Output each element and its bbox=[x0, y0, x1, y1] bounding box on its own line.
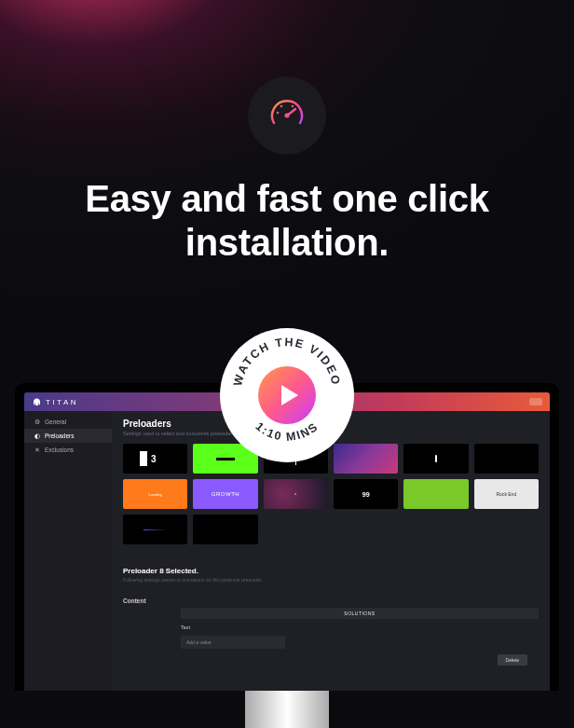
preloader-tile[interactable]: Rock End bbox=[474, 479, 539, 509]
preloader-tile[interactable] bbox=[264, 479, 328, 509]
x-icon: ✕ bbox=[34, 446, 40, 453]
gear-icon: ⚙ bbox=[34, 419, 40, 425]
preloader-tile[interactable] bbox=[474, 444, 539, 474]
svg-point-2 bbox=[277, 112, 280, 115]
sidebar: ⚙ General ◐ Preloaders ✕ Exclusions bbox=[24, 411, 112, 691]
preloader-tile[interactable] bbox=[193, 515, 257, 544]
preloader-tile[interactable] bbox=[403, 479, 468, 509]
hero-headline: Easy and fast one click installation. bbox=[0, 177, 574, 265]
preloader-tile[interactable]: 3 bbox=[123, 444, 187, 474]
speedometer-icon bbox=[248, 76, 326, 155]
text-input[interactable]: Add a value bbox=[181, 636, 285, 649]
preloader-tile[interactable]: Loading bbox=[123, 479, 187, 509]
content-heading: Content bbox=[123, 598, 539, 604]
badge-circular-text: WATCH THE VIDEO 1:10 MINS bbox=[220, 328, 354, 462]
preloader-icon: ◐ bbox=[34, 433, 40, 439]
selected-desc: Following settings pertain to animations… bbox=[123, 577, 539, 583]
text-field-label: Text bbox=[181, 625, 539, 630]
preloader-tile[interactable] bbox=[123, 515, 187, 544]
monitor-stand bbox=[245, 691, 329, 728]
helmet-icon bbox=[32, 397, 42, 407]
selected-title: Preloader 8 Selected. bbox=[123, 567, 539, 575]
svg-text:WATCH THE VIDEO: WATCH THE VIDEO bbox=[231, 336, 343, 387]
preloader-tile[interactable] bbox=[403, 444, 468, 474]
preloader-tile[interactable]: GROWTH bbox=[193, 479, 257, 509]
svg-line-1 bbox=[287, 109, 295, 116]
svg-point-4 bbox=[292, 105, 294, 108]
sidebar-item-preloaders[interactable]: ◐ Preloaders bbox=[24, 429, 112, 443]
window-close-button[interactable] bbox=[529, 398, 542, 405]
delete-button[interactable]: Delete bbox=[498, 654, 527, 666]
svg-point-3 bbox=[280, 105, 283, 108]
svg-text:1:10 MINS: 1:10 MINS bbox=[253, 419, 321, 444]
play-video-badge[interactable]: WATCH THE VIDEO 1:10 MINS bbox=[220, 328, 354, 462]
preloader-tile[interactable]: 99 bbox=[334, 479, 398, 509]
sidebar-item-general[interactable]: ⚙ General bbox=[24, 415, 112, 429]
solutions-tab[interactable]: SOLUTIONS bbox=[181, 608, 539, 619]
brand-logo: TITAN bbox=[32, 397, 78, 407]
sidebar-item-exclusions[interactable]: ✕ Exclusions bbox=[24, 443, 112, 457]
